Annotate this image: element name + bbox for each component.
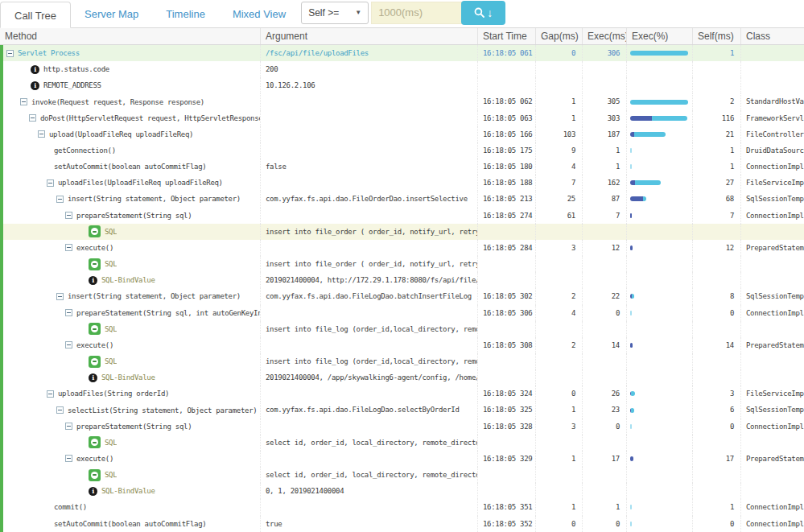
start-time: 16:18:05 324 xyxy=(477,386,535,402)
tree-row[interactable]: ihttp.status.code200 xyxy=(0,61,804,77)
tree-row[interactable]: doPost(HttpServletRequest request, HttpS… xyxy=(0,110,804,126)
class-name xyxy=(740,224,804,240)
indent-spacer xyxy=(43,504,50,511)
class-name: StandardHostValv xyxy=(740,93,804,109)
class-name xyxy=(740,369,804,386)
threshold-input[interactable] xyxy=(371,2,462,24)
method-label: setAutoCommit(boolean autoCommitFlag) xyxy=(54,163,206,171)
info-icon: i xyxy=(89,276,97,285)
collapse-icon[interactable] xyxy=(65,309,72,316)
col-class[interactable]: Class xyxy=(740,28,804,44)
argument-text: insert into file_log (order_id,local_dir… xyxy=(260,321,477,337)
info-icon: i xyxy=(89,373,97,382)
gap-value: 9 xyxy=(535,142,582,159)
method-label: getConnection() xyxy=(54,146,116,155)
exec-value: 306 xyxy=(582,45,626,61)
start-time: 16:18:05 284 xyxy=(477,240,535,256)
exec-bar-total-segment xyxy=(630,51,688,56)
tab-timeline[interactable]: Timeline xyxy=(152,1,219,27)
exec-value xyxy=(582,256,626,272)
tab-call-tree[interactable]: Call Tree xyxy=(0,2,71,28)
collapse-icon[interactable] xyxy=(56,293,64,300)
class-name xyxy=(740,45,804,61)
tree-row[interactable]: iSQL-BindValue2019021400004, http://172.… xyxy=(0,272,804,288)
col-exec[interactable]: Exec(ms) xyxy=(582,28,626,44)
tree-row[interactable]: insert(String statement, Object paramete… xyxy=(0,191,804,207)
exec-value: 305 xyxy=(582,93,626,109)
exec-percent-cell xyxy=(626,191,692,207)
search-button[interactable]: ↓ xyxy=(461,1,505,25)
start-time: 16:18:05 302 xyxy=(477,288,535,304)
gap-value xyxy=(535,353,582,369)
tree-row[interactable]: prepareStatement(String sql)16:18:05 328… xyxy=(0,419,804,435)
method-label: upload(UploadFileReq uploadFileReq) xyxy=(49,130,193,138)
tree-row[interactable]: SQLinsert into file_order ( order_id, no… xyxy=(0,224,804,240)
collapse-icon[interactable] xyxy=(56,406,64,414)
tab-server-map[interactable]: Server Map xyxy=(71,1,152,27)
tree-row[interactable]: iSQL-BindValue0, 1, 2019021400004 xyxy=(0,483,804,499)
tree-row[interactable]: commit()16:18:05 351111ConnectionImpl xyxy=(0,499,804,515)
gap-value xyxy=(535,369,582,386)
method-label: SQL xyxy=(105,325,117,333)
argument-text xyxy=(260,175,477,191)
exec-bar xyxy=(630,311,632,315)
tree-row[interactable]: uploadFiles(String orderId)16:18:05 3240… xyxy=(0,386,804,402)
col-argument[interactable]: Argument xyxy=(260,28,477,44)
col-start-time[interactable]: Start Time xyxy=(477,28,535,44)
collapse-icon[interactable] xyxy=(29,114,36,122)
col-self[interactable]: Self(ms) xyxy=(692,28,740,44)
exec-percent-cell xyxy=(626,77,692,93)
tree-row[interactable]: execute()16:18:05 32911717PreparedStatem… xyxy=(0,451,804,467)
tree-row[interactable]: setAutoCommit(boolean autoCommitFlag)tru… xyxy=(0,516,804,532)
collapse-icon[interactable] xyxy=(47,390,54,398)
tree-row[interactable]: SQLinsert into file_order ( order_id, no… xyxy=(0,256,804,272)
collapse-icon[interactable] xyxy=(65,244,72,251)
exec-percent-cell xyxy=(626,353,692,369)
collapse-icon[interactable] xyxy=(56,196,64,203)
exec-bar xyxy=(630,213,632,218)
tree-row[interactable]: SQLselect id, order_id, local_directory,… xyxy=(0,435,804,451)
tree-row[interactable]: SQLselect id, order_id, local_directory,… xyxy=(0,467,804,483)
collapse-icon[interactable] xyxy=(47,179,54,187)
sql-database-icon xyxy=(89,436,101,448)
gap-value xyxy=(535,321,582,337)
filter-operator-select[interactable]: Self >= ▼ xyxy=(301,2,369,24)
tree-row[interactable]: prepareStatement(String sql)16:18:05 274… xyxy=(0,208,804,224)
self-value: 27 xyxy=(692,175,740,191)
collapse-icon[interactable] xyxy=(65,341,72,348)
tree-row[interactable]: SQLinsert into file_log (order_id,local_… xyxy=(0,321,804,337)
argument-text: 10.126.2.106 xyxy=(260,77,477,93)
exec-value xyxy=(582,77,626,93)
tree-row[interactable]: selectList(String statement, Object para… xyxy=(0,402,804,418)
class-name: ConnectionImpl xyxy=(740,499,804,515)
method-label: SQL xyxy=(105,439,117,447)
tree-row[interactable]: Servlet Process/fsc/api/file/uploadFiles… xyxy=(0,45,804,61)
tree-row[interactable]: insert(String statement, Object paramete… xyxy=(0,288,804,304)
tree-row[interactable]: prepareStatement(String sql, int autoGen… xyxy=(0,305,804,321)
collapse-icon[interactable] xyxy=(20,98,27,105)
collapse-icon[interactable] xyxy=(38,130,45,138)
tree-row[interactable]: iREMOTE_ADDRESS10.126.2.106 xyxy=(0,77,804,93)
argument-text: 200 xyxy=(260,61,477,77)
tree-row[interactable]: SQLinsert into file_log (order_id,local_… xyxy=(0,353,804,369)
tree-row[interactable]: iSQL-BindValue2019021400004, /app/skywal… xyxy=(0,369,804,386)
class-name: PreparedStatemen xyxy=(740,240,804,256)
tree-row[interactable]: execute()16:18:05 30821414PreparedStatem… xyxy=(0,337,804,353)
collapse-icon[interactable] xyxy=(65,423,72,430)
exec-bar-self-segment xyxy=(630,245,633,250)
tree-row[interactable]: uploadFiles(UploadFileReq uploadFileReq)… xyxy=(0,175,804,191)
tree-row[interactable]: upload(UploadFileReq uploadFileReq)16:18… xyxy=(0,126,804,142)
sql-database-icon xyxy=(89,469,101,481)
collapse-icon[interactable] xyxy=(65,455,72,462)
tree-row[interactable]: invoke(Request request, Response respons… xyxy=(0,93,804,109)
col-exec-pct[interactable]: Exec(%) xyxy=(626,28,692,44)
start-time xyxy=(477,467,535,483)
tab-mixed-view[interactable]: Mixed View xyxy=(219,1,299,27)
collapse-icon[interactable] xyxy=(65,212,72,219)
tree-row[interactable]: execute()16:18:05 28431212PreparedStatem… xyxy=(0,240,804,256)
tree-row[interactable]: getConnection()16:18:05 175911DruidDataS… xyxy=(0,142,804,159)
col-gap[interactable]: Gap(ms) xyxy=(535,28,582,44)
collapse-icon[interactable] xyxy=(6,50,14,57)
tree-row[interactable]: setAutoCommit(boolean autoCommitFlag)fal… xyxy=(0,159,804,175)
col-method[interactable]: Method xyxy=(0,28,260,44)
